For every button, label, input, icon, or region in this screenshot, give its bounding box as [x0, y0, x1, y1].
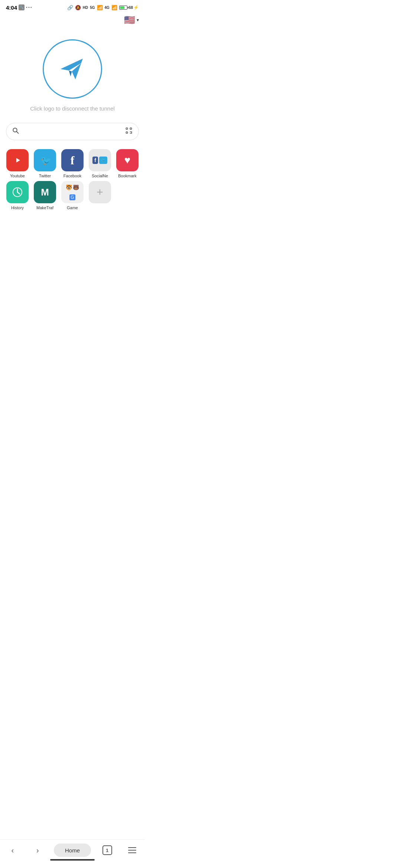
facebook-icon: f — [61, 149, 84, 171]
app-item-socialnet[interactable]: f 🐦 SocialNe — [87, 149, 113, 178]
svg-text:🐦: 🐦 — [40, 155, 51, 166]
5g-icon: 5G — [90, 6, 95, 10]
app-item-facebook[interactable]: f Facebook — [59, 149, 85, 178]
socialnet-label: SocialNe — [92, 174, 108, 178]
twitter-label: Twitter — [39, 174, 51, 178]
youtube-label: Youtube — [10, 174, 25, 178]
twitter-icon: 🐦 — [34, 149, 56, 171]
mute-icon: 🔕 — [75, 5, 81, 10]
search-icon — [12, 127, 19, 136]
logo-area: Click logo to disconnect the tunnel — [0, 28, 145, 119]
maketraf-icon: M — [34, 181, 56, 203]
tool-icon: 🔧 — [19, 4, 25, 10]
search-bar-container — [0, 119, 145, 146]
svg-rect-5 — [130, 128, 131, 129]
chevron-down-icon: ▾ — [137, 17, 139, 23]
us-flag-icon: 🇺🇸 — [124, 15, 135, 25]
app-grid: Youtube 🐦 Twitter f Facebook f 🐦 SocialN… — [0, 146, 145, 217]
bookmark-label: Bookmark — [118, 174, 137, 178]
charging-icon: ⚡ — [133, 5, 139, 10]
svg-rect-6 — [126, 132, 128, 133]
logo-hint-text: Click logo to disconnect the tunnel — [30, 105, 115, 112]
app-item-add[interactable]: + — [87, 181, 113, 210]
signal2-icon: 📶 — [111, 5, 117, 10]
svg-line-3 — [17, 132, 19, 134]
app-item-twitter[interactable]: 🐦 Twitter — [32, 149, 58, 178]
search-left-area — [12, 127, 125, 136]
search-bar[interactable] — [6, 123, 139, 140]
socialnet-icon: f 🐦 — [89, 149, 111, 171]
link-icon: 🔗 — [67, 5, 73, 10]
game-label: Game — [67, 206, 78, 210]
svg-line-15 — [17, 192, 20, 194]
status-dots: ··· — [26, 4, 33, 10]
svg-rect-4 — [126, 128, 128, 129]
app-item-history[interactable]: History — [4, 181, 30, 210]
vpn-logo-button[interactable] — [43, 39, 102, 99]
flag-button[interactable]: 🇺🇸 ▾ — [124, 15, 139, 25]
status-time-area: 4:04 🔧 ··· — [6, 4, 33, 11]
history-label: History — [11, 206, 24, 210]
app-item-youtube[interactable]: Youtube — [4, 149, 30, 178]
bookmark-icon: ♥ — [116, 149, 138, 171]
youtube-icon — [6, 149, 29, 171]
game-icon: 🐯 🐻 G — [61, 181, 84, 203]
app-item-maketraf[interactable]: M MakeTraf — [32, 181, 58, 210]
telegram-paper-plane-icon — [58, 54, 87, 84]
status-icons-area: 🔗 🔕 HD 5G 📶 4G 📶 68 ⚡ — [67, 5, 139, 10]
battery-percent: 68 — [129, 6, 133, 10]
battery-indicator: 68 ⚡ — [119, 5, 139, 10]
add-icon: + — [89, 181, 111, 203]
history-icon — [6, 181, 29, 203]
search-input[interactable] — [23, 128, 125, 135]
time-label: 4:04 — [6, 4, 17, 11]
facebook-label: Facebook — [63, 174, 81, 178]
flag-row: 🇺🇸 ▾ — [0, 13, 145, 28]
status-bar: 4:04 🔧 ··· 🔗 🔕 HD 5G 📶 4G 📶 68 ⚡ — [0, 0, 145, 13]
svg-marker-0 — [61, 59, 83, 79]
app-item-bookmark[interactable]: ♥ Bookmark — [114, 149, 140, 178]
maketraf-label: MakeTraf — [36, 206, 53, 210]
signal-icon: 📶 — [97, 5, 103, 10]
scan-icon[interactable] — [125, 127, 133, 136]
hd-icon: HD — [83, 6, 88, 10]
4g-icon: 4G — [105, 6, 110, 10]
svg-point-2 — [13, 128, 17, 132]
svg-marker-1 — [69, 70, 72, 76]
app-item-game[interactable]: 🐯 🐻 G Game — [59, 181, 85, 210]
